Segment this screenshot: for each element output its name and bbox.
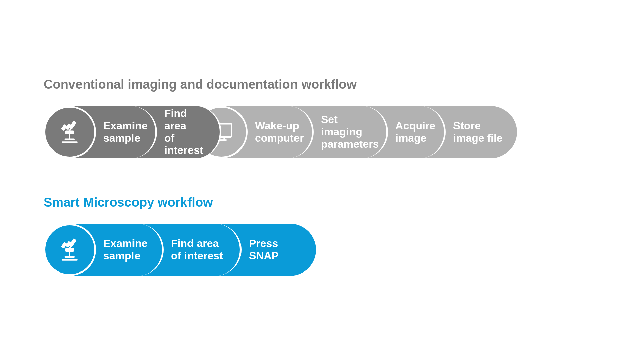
microscope-icon	[44, 106, 96, 158]
conventional-workflow: Examine sample Find area of interest Wak…	[44, 106, 621, 158]
conventional-title: Conventional imaging and documentation w…	[44, 77, 621, 93]
microscope-icon	[44, 224, 96, 276]
diagram-container: Conventional imaging and documentation w…	[44, 77, 621, 313]
smart-workflow: Examine sample Find area of interest Pre…	[44, 224, 621, 276]
smart-title: Smart Microscopy workflow	[44, 195, 621, 210]
